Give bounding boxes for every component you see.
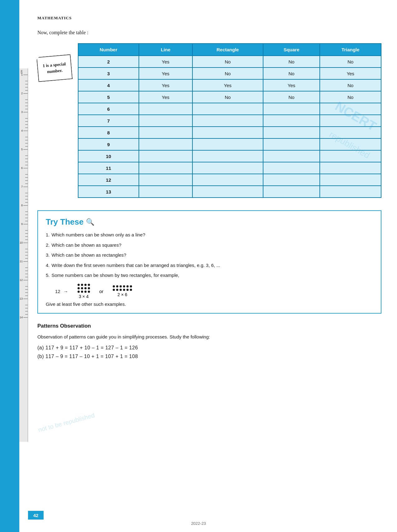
ruler-number: 4 — [21, 129, 23, 132]
table-cell-number: 9 — [78, 138, 139, 150]
ruler-tick — [25, 159, 28, 159]
ruler-tick — [25, 215, 28, 215]
col-rectangle: Rectangle — [192, 44, 263, 56]
ruler-number: 6 — [21, 166, 23, 170]
table-cell-rectangle — [192, 174, 263, 186]
table-cell-number: 5 — [78, 91, 139, 103]
ruler-tick — [25, 268, 28, 268]
dot-label-2x6: 2 × 6 — [117, 292, 127, 297]
ruler-tick — [25, 196, 28, 196]
ruler-tick — [23, 93, 28, 94]
ruler-number: 9 — [21, 222, 23, 226]
table-cell-square — [263, 174, 320, 186]
special-note: 1 is a special number. — [36, 54, 73, 82]
ruler-tick — [25, 277, 28, 277]
ruler-tick — [25, 296, 28, 296]
table-cell-triangle: No — [320, 79, 381, 91]
table-body: 2YesNoNoNo3YesNoNoYes4YesYesYesNo5YesNoN… — [78, 56, 381, 198]
ruler-tick — [23, 168, 28, 168]
ruler-tick — [25, 143, 28, 143]
ruler-tick — [25, 286, 28, 287]
table-cell-number: 2 — [78, 56, 139, 68]
table-cell-square: No — [263, 91, 320, 103]
ruler-tick — [23, 75, 28, 75]
table-cell-line — [139, 138, 192, 150]
ruler-tick — [25, 121, 28, 122]
table-cell-square — [263, 115, 320, 127]
data-table: Number Line Rectangle Square Triangle 2Y… — [78, 43, 381, 198]
table-cell-line — [139, 174, 192, 186]
col-triangle: Triangle — [320, 44, 381, 56]
ruler-tick — [25, 193, 28, 193]
table-cell-triangle: No — [320, 91, 381, 103]
table-cell-square: No — [263, 56, 320, 68]
col-number: Number — [78, 44, 139, 56]
table-cell-rectangle — [192, 127, 263, 138]
table-cell-number: 7 — [78, 115, 139, 127]
list-item: 4.Write down the first seven numbers tha… — [46, 262, 373, 269]
table-cell-square — [263, 127, 320, 138]
table-cell-number: 11 — [78, 162, 139, 174]
ruler-tick — [25, 87, 28, 87]
table-cell-triangle — [320, 162, 381, 174]
list-item: 5.Some numbers can be shown by two recta… — [46, 272, 373, 279]
table-cell-line — [139, 186, 192, 198]
ruler-tick — [25, 140, 28, 140]
ruler-number: 5 — [21, 148, 23, 151]
or-text: or — [99, 289, 103, 294]
table-cell-rectangle — [192, 103, 263, 115]
table-cell-square — [263, 162, 320, 174]
table-cell-rectangle: No — [192, 91, 263, 103]
ruler-tick — [25, 230, 28, 231]
twelve-label: 12 → — [55, 289, 68, 294]
table-cell-triangle — [320, 174, 381, 186]
ruler-number: 8 — [21, 204, 23, 207]
ruler-tick — [25, 212, 28, 212]
watermark-not: not to be republished — [37, 412, 95, 434]
table-cell-square — [263, 138, 320, 150]
dot-grid-2x6 — [113, 285, 132, 291]
ruler-tick — [23, 261, 28, 262]
table-cell-triangle — [320, 103, 381, 115]
subject-header: Mathematics — [37, 9, 381, 21]
ruler-tick — [25, 137, 28, 137]
intro-text: Now, complete the table : — [37, 30, 381, 35]
list-item: 2.Which can be shown as squares? — [46, 242, 373, 249]
ruler-number: 10 — [20, 241, 23, 244]
table-cell-line: Yes — [139, 91, 192, 103]
table-cell-triangle: No — [320, 56, 381, 68]
ruler-tick — [25, 308, 28, 308]
table-row: 13 — [78, 186, 381, 198]
ruler-number: 7 — [21, 185, 23, 188]
ruler-number: 11 — [20, 260, 23, 263]
ruler-tick — [25, 146, 28, 147]
table-row: 7 — [78, 115, 381, 127]
ruler-tick — [25, 240, 28, 240]
table-cell-number: 13 — [78, 186, 139, 198]
dot-label-3x4: 3 × 4 — [79, 294, 89, 299]
table-cell-square — [263, 186, 320, 198]
list-item: 1.Which numbers can be shown only as a l… — [46, 231, 373, 239]
table-cell-number: 8 — [78, 127, 139, 138]
col-square: Square — [263, 44, 320, 56]
ruler-number: 1 — [21, 73, 23, 76]
table-section: 1 is a special number. Number Line Recta… — [37, 43, 381, 198]
ruler-tick — [25, 184, 28, 184]
ruler-tick — [23, 149, 28, 150]
table-row: 10 — [78, 150, 381, 162]
table-row: 2YesNoNoNo — [78, 56, 381, 68]
table-row: 8 — [78, 127, 381, 138]
table-cell-triangle — [320, 138, 381, 150]
table-cell-number: 10 — [78, 150, 139, 162]
ruler-tick — [23, 280, 28, 280]
ruler-tick — [23, 299, 28, 299]
ruler-tick — [25, 100, 28, 100]
table-row: 9 — [78, 138, 381, 150]
ruler-tick — [25, 233, 28, 234]
table-cell-rectangle — [192, 162, 263, 174]
patterns-title: Patterns Observation — [37, 323, 381, 329]
table-cell-number: 3 — [78, 68, 139, 79]
table-cell-rectangle: No — [192, 56, 263, 68]
ruler-tick — [25, 271, 28, 271]
ruler-tick — [25, 118, 28, 119]
